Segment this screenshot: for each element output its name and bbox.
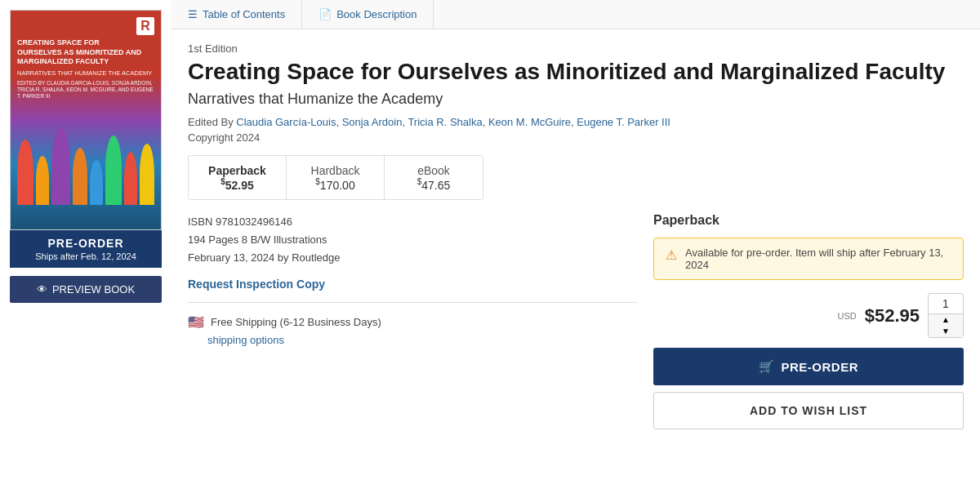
main-content: ☰ Table of Contents 📄 Book Description 1… [172, 0, 980, 489]
description-icon: 📄 [318, 8, 332, 20]
format-name-ebook: eBook [401, 164, 466, 177]
author-link-2[interactable]: Tricia R. Shalka [408, 116, 482, 128]
format-name-hardback: Hardback [303, 164, 368, 177]
right-col: Paperback ⚠ Available for pre-order. Ite… [653, 213, 964, 429]
tab-toc[interactable]: ☰ Table of Contents [172, 0, 302, 29]
two-col-layout: ISBN 9781032496146 194 Pages 8 B/W Illus… [172, 213, 980, 442]
format-tab-paperback[interactable]: Paperback $52.95 [189, 156, 287, 200]
book-subtitle: Narratives that Humanize the Academy [188, 91, 964, 108]
left-panel: R CREATING SPACE FOR OURSELVES AS MINORI… [0, 0, 172, 489]
preorder-button[interactable]: 🛒 PRE-ORDER [653, 348, 964, 385]
pre-order-label: PRE-ORDER [13, 237, 158, 250]
pubdate-line: February 13, 2024 by Routledge [188, 249, 637, 267]
format-name-paperback: Paperback [205, 164, 270, 177]
edition-label: 1st Edition [188, 42, 964, 55]
format-tab-hardback[interactable]: Hardback $170.00 [287, 156, 385, 200]
flag-icon: 🇺🇸 [188, 314, 204, 330]
toc-icon: ☰ [188, 8, 198, 20]
quantity-spinner[interactable]: 1 ▲ ▼ [928, 293, 964, 338]
alert-icon: ⚠ [666, 247, 677, 263]
eye-icon: 👁 [37, 283, 47, 296]
author-link-4[interactable]: Eugene T. Parker III [577, 116, 670, 128]
pre-order-banner: PRE-ORDER Ships after Feb. 12, 2024 [10, 230, 162, 268]
isbn-line: ISBN 9781032496146 [188, 213, 637, 231]
cover-figures [11, 82, 161, 205]
quantity-down-button[interactable]: ▼ [929, 326, 963, 337]
book-title: Creating Space for Ourselves as Minoriti… [188, 58, 964, 86]
shipping-info: 🇺🇸 Free Shipping (6-12 Business Days) [188, 314, 637, 330]
copyright-line: Copyright 2024 [188, 131, 964, 144]
quantity-up-button[interactable]: ▲ [929, 314, 963, 326]
tab-description[interactable]: 📄 Book Description [302, 0, 434, 29]
cover-title-text: CREATING SPACE FOR OURSELVES AS MINORITI… [17, 38, 141, 67]
price-qty-row: USD $52.95 1 ▲ ▼ [653, 293, 964, 338]
authors-line: Edited By Claudia García-Louis, Sonja Ar… [188, 116, 964, 128]
right-format-heading: Paperback [653, 213, 964, 228]
ships-date-label: Ships after Feb. 12, 2024 [13, 251, 158, 261]
author-link-0[interactable]: Claudia García-Louis [236, 116, 336, 128]
wishlist-button[interactable]: ADD TO WISH LIST [653, 392, 964, 429]
format-price-paperback: $52.95 [205, 177, 270, 192]
book-meta: ISBN 9781032496146 194 Pages 8 B/W Illus… [188, 213, 637, 267]
quantity-arrows: ▲ ▼ [929, 314, 963, 337]
preview-book-button[interactable]: 👁 PREVIEW BOOK [10, 276, 162, 303]
alert-box: ⚠ Available for pre-order. Item will shi… [653, 238, 964, 280]
quantity-value: 1 [929, 294, 963, 314]
format-price-ebook: $47.65 [401, 177, 466, 192]
cover-r-logo: R [136, 17, 154, 35]
page-wrapper: R CREATING SPACE FOR OURSELVES AS MINORI… [0, 0, 980, 489]
cart-icon: 🛒 [759, 359, 775, 374]
book-info: 1st Edition Creating Space for Ourselves… [172, 29, 980, 144]
author-link-1[interactable]: Sonja Ardoin [342, 116, 403, 128]
shipping-options-link[interactable]: shipping options [207, 334, 284, 346]
price-amount: $52.95 [865, 305, 920, 327]
tab-bar: ☰ Table of Contents 📄 Book Description [172, 0, 980, 29]
inspection-copy-link[interactable]: Request Inspection Copy [188, 278, 325, 291]
author-link-3[interactable]: Keon M. McGuire [488, 116, 571, 128]
format-tab-ebook[interactable]: eBook $47.65 [385, 156, 483, 200]
format-price-hardback: $170.00 [303, 177, 368, 192]
currency-label: USD [837, 311, 856, 321]
pages-line: 194 Pages 8 B/W Illustrations [188, 231, 637, 249]
left-col: ISBN 9781032496146 194 Pages 8 B/W Illus… [188, 213, 637, 429]
alert-text: Available for pre-order. Item will ship … [685, 247, 951, 271]
cover-subtitle-text: NARRATIVES THAT HUMANIZE THE ACADEMY [17, 69, 152, 77]
divider [188, 302, 637, 303]
format-tabs: Paperback $52.95 Hardback $170.00 eBook … [188, 155, 483, 201]
book-cover: R CREATING SPACE FOR OURSELVES AS MINORI… [10, 10, 162, 230]
